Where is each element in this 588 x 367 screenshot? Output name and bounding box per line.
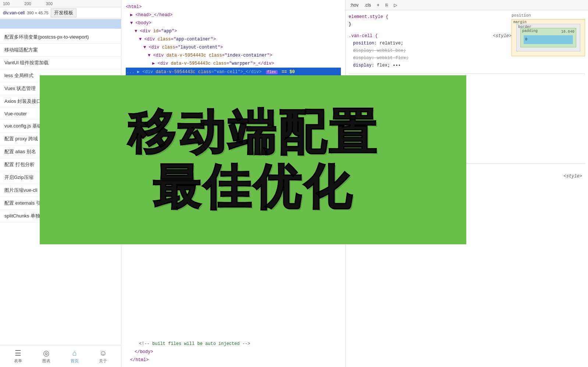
- nav-label-图表: 图表: [42, 358, 50, 364]
- html-body-close: </body>: [126, 348, 341, 356]
- nav-label-首页: 首页: [71, 358, 79, 364]
- overlay-banner: 移动端配置 最佳优化: [40, 75, 466, 244]
- copy-icon[interactable]: ⎘: [384, 2, 389, 8]
- box-model: position margin border padding 16.640 0: [512, 13, 585, 56]
- play-icon[interactable]: ▷: [392, 2, 399, 8]
- ruler-mark-200: 200: [24, 1, 31, 6]
- html-close: </html>: [126, 356, 341, 364]
- ruler: 100 200 300: [0, 0, 121, 7]
- box-margin: margin border padding 16.640 0: [512, 19, 585, 56]
- element-size: 390 × 45.75: [27, 11, 48, 15]
- sidebar-item-2[interactable]: VantUI 组件按需加载: [0, 57, 121, 69]
- bottom-nav-item-首页[interactable]: ⌂首页: [66, 348, 83, 365]
- position-label: position: [512, 13, 585, 18]
- nav-label-关于: 关于: [99, 358, 107, 364]
- html-line-4: ▼ <div id="app">: [126, 27, 341, 35]
- html-line-6: ▼ <div class="layout-content">: [126, 43, 341, 51]
- nav-icon-首页: ⌂: [72, 349, 77, 357]
- nav-icon-表单: ☰: [15, 349, 21, 357]
- bottom-nav-item-关于[interactable]: ☺关于: [95, 348, 111, 365]
- sidebar-item-0[interactable]: 配置多环境变量(postcss-px-to-viewport): [0, 31, 121, 44]
- box-padding: padding 16.640 0: [520, 28, 576, 47]
- html-bottom: <!-- built files will be auto injected -…: [121, 337, 345, 367]
- ruler-mark-100: 100: [3, 1, 10, 6]
- ruler-mark-300: 300: [46, 1, 53, 6]
- box-inner: 0: [524, 35, 573, 44]
- html-line-5: ▼ <div class="app-container">: [126, 35, 341, 43]
- add-rule-button[interactable]: +: [375, 2, 381, 8]
- bottom-nav-item-表单[interactable]: ☰表单: [10, 347, 26, 365]
- html-line-8: ▶ <div data-v-5954443c class="warpper">_…: [126, 60, 341, 68]
- nav-label-表单: 表单: [14, 358, 22, 364]
- nav-icon-关于: ☺: [99, 349, 107, 357]
- html-comment-line: <!-- built files will be auto injected -…: [126, 340, 341, 348]
- bottom-navigation[interactable]: ☰表单◎图表⌂首页☺关于: [0, 345, 121, 367]
- html-line-2: ▶ <head>_</head>: [126, 11, 341, 19]
- sidebar-item-1[interactable]: 移动端适配方案: [0, 44, 121, 57]
- box-border: border padding 16.640 0: [516, 24, 580, 51]
- pseudo-button[interactable]: :hov: [349, 2, 360, 8]
- template-label: 开发模板: [51, 8, 76, 17]
- bottom-nav-item-图表[interactable]: ◎图表: [38, 347, 55, 365]
- selected-element-bar: div.van-cell 390 × 45.75 开发模板: [0, 7, 121, 18]
- element-tag: div.van-cell: [3, 10, 25, 15]
- element-highlight-bar: [0, 19, 121, 29]
- html-line-3: ▼ <body>: [126, 19, 341, 27]
- overlay-line1: 移动端配置: [128, 105, 379, 160]
- css-prop-display-flex: display: flex; ▪▪▪: [349, 62, 585, 69]
- html-line-7: ▼ <div data-v-5954443c class="index-cont…: [126, 51, 341, 60]
- overlay-line2: 最佳优化: [128, 160, 379, 215]
- inner-value: 0: [524, 35, 573, 44]
- padding-label: padding: [522, 29, 538, 33]
- overlay-text: 移动端配置 最佳优化: [128, 105, 379, 215]
- css-toolbar[interactable]: :hov .cls + ⎘ ▷: [346, 0, 588, 10]
- nav-icon-图表: ◎: [43, 349, 49, 357]
- cls-button[interactable]: .cls: [363, 2, 373, 8]
- html-line-1: <html>: [126, 3, 341, 11]
